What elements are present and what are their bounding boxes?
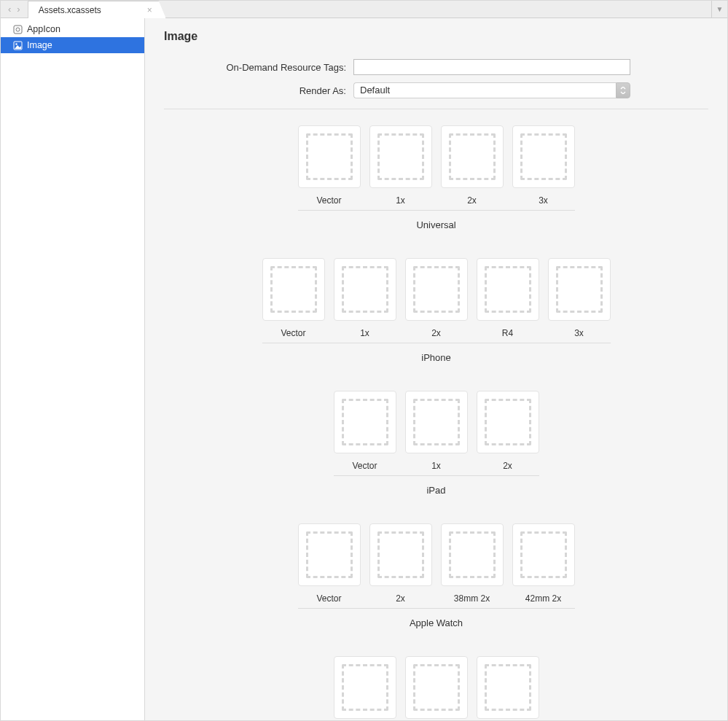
empty-slot-icon — [377, 531, 424, 578]
empty-slot-icon — [413, 266, 460, 313]
slot-label: 38mm 2x — [454, 593, 490, 604]
image-well[interactable] — [477, 391, 539, 453]
tab-bar: ‹ › Assets.xcassets × ▼ — [1, 1, 727, 18]
slot-label: 1x — [431, 461, 441, 471]
empty-slot-icon — [485, 266, 531, 313]
image-well[interactable] — [405, 258, 468, 321]
empty-slot-icon — [342, 266, 388, 313]
empty-slot-icon — [342, 399, 388, 445]
detail-title: Image — [164, 30, 708, 43]
image-well[interactable] — [405, 656, 468, 719]
tags-label: On-Demand Resource Tags: — [164, 62, 353, 73]
slot-label: 42mm 2x — [525, 593, 561, 604]
empty-slot-icon — [520, 531, 567, 578]
slot-label: R4 — [502, 328, 513, 338]
slot-label: 2x — [467, 195, 477, 206]
image-well[interactable] — [334, 656, 396, 719]
empty-slot-icon — [377, 133, 424, 180]
empty-slot-icon — [449, 531, 496, 578]
empty-slot-icon — [342, 664, 388, 711]
render-as-select[interactable]: Default — [353, 82, 630, 98]
asset-group: Vector1x2xMac — [334, 656, 539, 720]
slot-label: Vector — [316, 593, 341, 604]
image-well[interactable] — [369, 125, 432, 188]
slot-label: 3x — [574, 328, 584, 338]
tab-nav-arrows: ‹ › — [1, 1, 28, 17]
empty-slot-icon — [449, 133, 496, 180]
empty-slot-icon — [485, 664, 531, 711]
slot-label: 3x — [539, 195, 548, 206]
appicon-icon — [12, 24, 23, 34]
image-well[interactable] — [298, 125, 361, 188]
nav-back-icon[interactable]: ‹ — [8, 4, 11, 15]
divider — [164, 109, 708, 109]
image-well[interactable] — [334, 391, 396, 453]
close-icon[interactable]: × — [147, 5, 152, 15]
empty-slot-icon — [306, 531, 353, 578]
sidebar-item-appicon[interactable]: AppIcon — [1, 21, 144, 37]
group-name: iPad — [426, 485, 445, 496]
render-as-value: Default — [353, 82, 616, 98]
empty-slot-icon — [306, 133, 353, 180]
slot-label: Vector — [281, 328, 305, 338]
image-well[interactable] — [441, 125, 504, 188]
image-well[interactable] — [298, 523, 361, 586]
image-well[interactable] — [334, 258, 396, 321]
image-well[interactable] — [262, 258, 325, 321]
asset-group: Vector1x2xR43xiPhone — [262, 258, 611, 363]
sidebar-item-image[interactable]: Image — [1, 37, 144, 53]
image-well[interactable] — [369, 523, 432, 586]
image-well[interactable] — [441, 523, 504, 586]
image-well[interactable] — [512, 125, 575, 188]
render-as-label: Render As: — [164, 85, 353, 96]
empty-slot-icon — [413, 399, 460, 445]
empty-slot-icon — [485, 399, 531, 445]
empty-slot-icon — [556, 266, 603, 313]
asset-group: Vector2x38mm 2x42mm 2xApple Watch — [298, 523, 575, 628]
slot-label: Vector — [316, 195, 341, 206]
group-name: iPhone — [421, 352, 450, 363]
empty-slot-icon — [413, 664, 460, 711]
svg-rect-0 — [14, 26, 22, 34]
image-well[interactable] — [477, 258, 539, 321]
asset-group: Vector1x2x3xUniversal — [298, 125, 575, 230]
slot-label: 1x — [360, 328, 369, 338]
asset-group: Vector1x2xiPad — [334, 391, 539, 496]
image-well[interactable] — [512, 523, 575, 586]
svg-point-3 — [15, 43, 17, 44]
tab-overflow-button[interactable]: ▼ — [711, 1, 727, 17]
asset-detail: Image On-Demand Resource Tags: Render As… — [145, 18, 727, 720]
svg-point-1 — [16, 28, 20, 31]
group-name: Universal — [416, 219, 455, 230]
sidebar-item-label: Image — [27, 40, 52, 50]
slot-label: 2x — [503, 461, 512, 471]
asset-sidebar: AppIconImage — [1, 18, 145, 720]
chevron-down-icon[interactable] — [616, 82, 630, 98]
empty-slot-icon — [520, 133, 567, 180]
group-name: Apple Watch — [410, 617, 463, 628]
imageset-icon — [12, 40, 23, 50]
image-well[interactable] — [477, 656, 539, 719]
image-well[interactable] — [548, 258, 611, 321]
image-well[interactable] — [405, 391, 468, 453]
slot-label: 2x — [396, 593, 405, 604]
tab-label: Assets.xcassets — [39, 5, 101, 15]
tab-assets[interactable]: Assets.xcassets × — [28, 1, 166, 18]
tags-input[interactable] — [353, 59, 630, 75]
slot-label: Vector — [352, 461, 377, 471]
slot-label: 1x — [396, 195, 405, 206]
sidebar-item-label: AppIcon — [27, 24, 60, 34]
slot-label: 2x — [431, 328, 441, 338]
empty-slot-icon — [270, 266, 317, 313]
nav-forward-icon[interactable]: › — [17, 4, 20, 15]
